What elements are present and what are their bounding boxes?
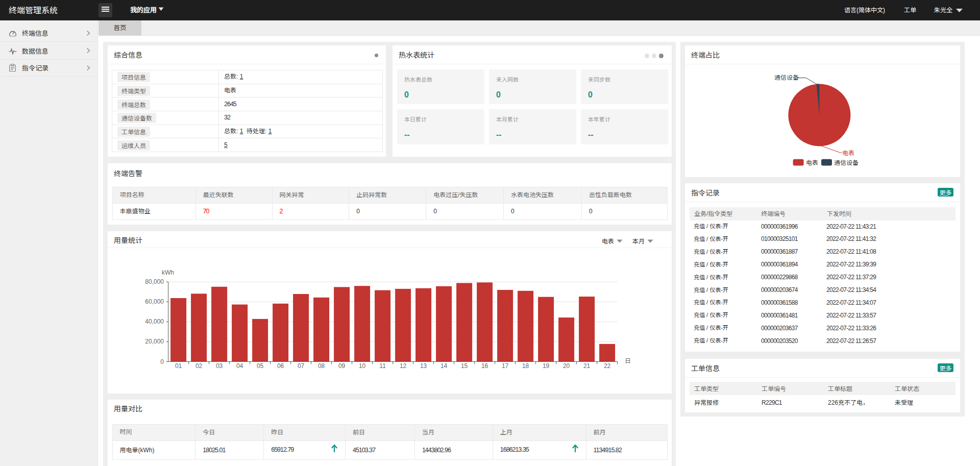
svg-text:20,000: 20,000 <box>145 336 164 345</box>
svg-text:09: 09 <box>338 361 346 370</box>
svg-text:通信设备: 通信设备 <box>774 72 799 81</box>
svg-text:14: 14 <box>440 361 448 370</box>
svg-text:kWh: kWh <box>162 267 174 276</box>
svg-text:18: 18 <box>522 361 529 370</box>
svg-text:21: 21 <box>583 361 591 370</box>
svg-text:电表: 电表 <box>806 158 818 166</box>
svg-text:06: 06 <box>277 361 284 370</box>
svg-text:13: 13 <box>420 361 427 370</box>
svg-text:80,000: 80,000 <box>145 277 164 285</box>
svg-text:04: 04 <box>236 361 243 370</box>
svg-text:60,000: 60,000 <box>145 297 164 305</box>
svg-text:07: 07 <box>298 361 305 370</box>
svg-text:08: 08 <box>318 361 325 370</box>
svg-text:16: 16 <box>481 361 488 370</box>
svg-text:0: 0 <box>160 357 164 365</box>
svg-text:11: 11 <box>379 361 386 370</box>
svg-text:17: 17 <box>502 361 509 370</box>
svg-text:22: 22 <box>604 361 611 370</box>
svg-text:02: 02 <box>195 361 203 370</box>
svg-text:日: 日 <box>625 356 631 364</box>
svg-text:03: 03 <box>216 361 223 370</box>
svg-text:10: 10 <box>359 361 366 370</box>
svg-text:01: 01 <box>175 361 182 370</box>
svg-text:40,000: 40,000 <box>145 316 164 325</box>
svg-text:15: 15 <box>461 361 468 370</box>
svg-text:电表: 电表 <box>842 148 854 157</box>
svg-text:20: 20 <box>563 361 570 370</box>
svg-text:通信设备: 通信设备 <box>834 158 859 166</box>
svg-text:05: 05 <box>257 361 264 370</box>
svg-text:12: 12 <box>400 361 407 370</box>
svg-text:19: 19 <box>543 361 550 370</box>
